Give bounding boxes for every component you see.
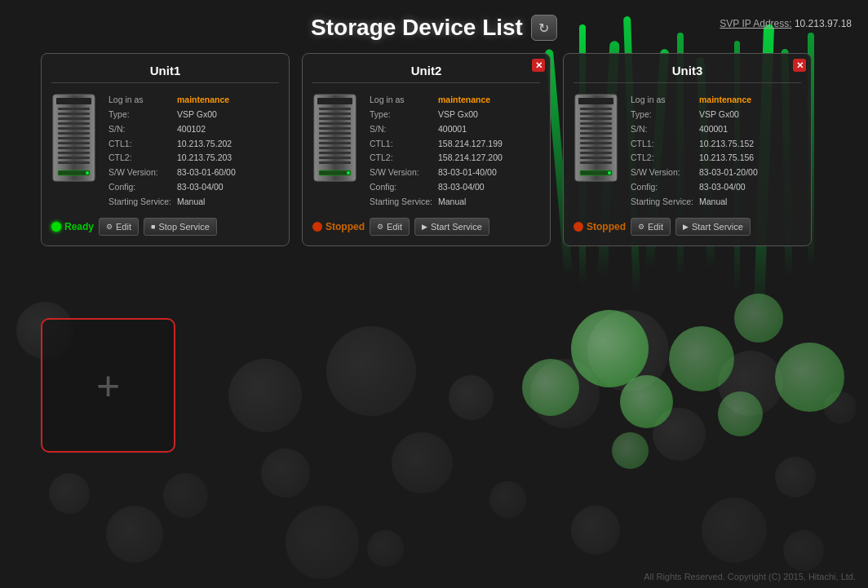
svg-point-31 — [347, 171, 350, 175]
page-footer: All Rights Reserved. Copyright (C) 2015,… — [644, 572, 856, 581]
unit-title-unit1: Unit1 — [51, 64, 279, 83]
cards-container: Unit1 — [0, 53, 868, 246]
add-icon: + — [96, 365, 120, 406]
svg-rect-7 — [58, 132, 90, 135]
unit-title-unit3: Unit3 — [574, 64, 801, 83]
svp-info: SVP IP Address: 10.213.97.18 — [720, 18, 852, 29]
svg-rect-27 — [319, 152, 351, 154]
svg-rect-10 — [58, 147, 90, 149]
svg-rect-19 — [319, 113, 351, 115]
card-body-unit3: Log in asmaintenance Type:VSP Gx00 S/N:4… — [574, 93, 801, 210]
svg-rect-3 — [58, 113, 90, 115]
action-label-unit3: Start Service — [692, 222, 743, 232]
card-footer-unit1: Ready ⚙ Edit ■ Stop Service — [51, 218, 279, 236]
svg-rect-30 — [319, 170, 351, 175]
svg-rect-23 — [319, 132, 351, 135]
main-content: Storage Device List ↻ SVP IP Address: 10… — [0, 0, 868, 246]
server-icon-unit1 — [51, 93, 100, 210]
edit-icon-unit2: ⚙ — [377, 223, 383, 231]
svg-rect-38 — [580, 127, 612, 130]
status-text-unit1: Ready — [64, 221, 94, 232]
card-info-unit1: Log in asmaintenance Type:VSP Gx00 S/N:4… — [108, 93, 279, 210]
svg-rect-36 — [580, 117, 612, 120]
edit-btn-unit3[interactable]: ⚙ Edit — [631, 218, 671, 236]
svg-rect-46 — [580, 170, 612, 175]
status-text-unit2: Stopped — [326, 221, 365, 232]
unit-title-unit2: Unit2 — [312, 64, 540, 83]
svg-rect-22 — [319, 127, 351, 130]
page-title: Storage Device List — [311, 15, 523, 41]
add-unit-button[interactable]: + — [41, 318, 175, 453]
refresh-icon: ↻ — [538, 20, 549, 36]
unit-card-unit3: Unit3 ✕ — [563, 53, 812, 246]
status-indicator-unit3: Stopped — [574, 221, 626, 232]
svp-ip: 10.213.97.18 — [795, 18, 852, 29]
status-dot-unit1 — [51, 222, 61, 232]
close-btn-unit3[interactable]: ✕ — [793, 59, 806, 72]
edit-btn-unit1[interactable]: ⚙ Edit — [99, 218, 139, 236]
action-label-unit2: Start Service — [431, 222, 482, 232]
svg-rect-28 — [319, 157, 351, 159]
status-text-unit3: Stopped — [587, 221, 626, 232]
card-info-unit3: Log in asmaintenance Type:VSP Gx00 S/N:4… — [631, 93, 801, 210]
card-body-unit2: Log in asmaintenance Type:VSP Gx00 S/N:4… — [312, 93, 540, 210]
svg-rect-2 — [58, 108, 90, 110]
svg-rect-1 — [56, 98, 91, 104]
action-icon-unit1: ■ — [151, 223, 155, 231]
svg-rect-40 — [580, 137, 612, 139]
unit-card-unit1: Unit1 — [41, 53, 290, 246]
card-info-unit2: Log in asmaintenance Type:VSP Gx00 S/N:4… — [370, 93, 540, 210]
action-label-unit1: Stop Service — [158, 222, 209, 232]
edit-label-unit2: Edit — [387, 222, 402, 232]
edit-icon-unit3: ⚙ — [638, 223, 644, 231]
svg-rect-43 — [580, 152, 612, 154]
svg-rect-5 — [58, 122, 90, 125]
svg-rect-37 — [580, 122, 612, 125]
svg-rect-4 — [58, 117, 90, 120]
svg-rect-44 — [580, 157, 612, 159]
svg-rect-9 — [58, 142, 90, 144]
status-indicator-unit2: Stopped — [312, 221, 365, 232]
status-dot-unit3 — [574, 222, 583, 232]
svg-rect-12 — [58, 157, 90, 159]
edit-icon-unit1: ⚙ — [106, 223, 113, 231]
action-btn-unit3[interactable]: ▶ Start Service — [675, 218, 751, 236]
server-icon-unit3 — [574, 93, 622, 210]
edit-btn-unit2[interactable]: ⚙ Edit — [370, 218, 410, 236]
svg-rect-26 — [319, 147, 351, 149]
svg-rect-8 — [58, 137, 90, 139]
svg-rect-42 — [580, 147, 612, 149]
svg-point-47 — [608, 171, 611, 175]
svg-rect-13 — [58, 161, 90, 164]
edit-label-unit3: Edit — [648, 222, 663, 232]
svg-rect-29 — [319, 161, 351, 164]
svg-rect-41 — [580, 142, 612, 144]
svg-rect-21 — [319, 122, 351, 125]
svg-rect-39 — [580, 132, 612, 135]
status-dot-unit2 — [312, 222, 322, 232]
svg-rect-35 — [580, 113, 612, 115]
svg-point-15 — [86, 171, 89, 175]
card-footer-unit3: Stopped ⚙ Edit ▶ Start Service — [574, 218, 801, 236]
svg-rect-14 — [58, 170, 90, 175]
card-body-unit1: Log in asmaintenance Type:VSP Gx00 S/N:4… — [51, 93, 279, 210]
action-btn-unit1[interactable]: ■ Stop Service — [144, 218, 217, 236]
unit-card-unit2: Unit2 ✕ — [302, 53, 551, 246]
action-btn-unit2[interactable]: ▶ Start Service — [414, 218, 489, 236]
svg-rect-17 — [317, 98, 352, 104]
refresh-button[interactable]: ↻ — [531, 15, 557, 41]
svg-rect-18 — [319, 108, 351, 110]
svg-rect-25 — [319, 142, 351, 144]
svg-rect-20 — [319, 117, 351, 120]
svg-rect-24 — [319, 137, 351, 139]
card-footer-unit2: Stopped ⚙ Edit ▶ Start Service — [312, 218, 540, 236]
svg-rect-34 — [580, 108, 612, 110]
action-icon-unit3: ▶ — [683, 223, 689, 231]
svg-rect-6 — [58, 127, 90, 130]
svg-rect-45 — [580, 161, 612, 164]
copyright-text: All Rights Reserved. Copyright (C) 2015,… — [644, 572, 856, 581]
status-indicator-unit1: Ready — [51, 221, 94, 232]
close-btn-unit2[interactable]: ✕ — [532, 59, 545, 72]
server-icon-unit2 — [312, 93, 361, 210]
header: Storage Device List ↻ SVP IP Address: 10… — [0, 0, 868, 49]
